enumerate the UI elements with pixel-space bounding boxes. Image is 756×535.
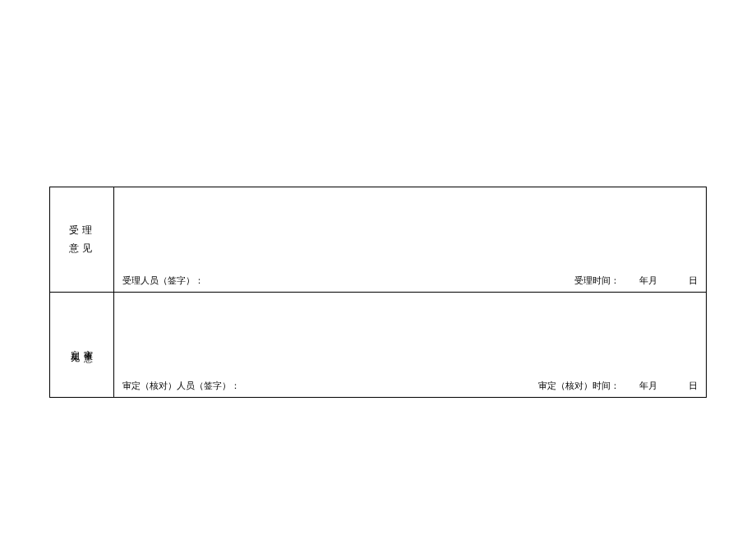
row2-time-label: 审定（核对）时间： <box>538 380 620 392</box>
row1-time-block: 受理时间： 年月 日 <box>574 274 698 287</box>
row1-date-ym: 年月 <box>639 274 657 287</box>
row2-signature-line: 审定（核对）人员（签字）： 审定（核对）时间： 年月 日 <box>122 380 698 392</box>
table-row: 定却见 审依意 审定（核对）人员（签字）： 审定（核对）时间： 年月 日 <box>50 293 707 398</box>
row1-label-line1: 受理 <box>69 222 95 240</box>
row1-label: 受理 意见 <box>50 187 113 292</box>
row1-label-cell: 受理 意见 <box>50 187 114 293</box>
row1-signature-line: 受理人员（签字）： 受理时间： 年月 日 <box>122 274 698 287</box>
row1-label-line2: 意见 <box>69 240 95 258</box>
row1-content-cell: 受理人员（签字）： 受理时间： 年月 日 <box>114 187 707 293</box>
row2-time-block: 审定（核对）时间： 年月 日 <box>538 380 698 392</box>
row2-label-col2: 审依意 <box>83 343 94 348</box>
row2-signer-label: 审定（核对）人员（签字）： <box>122 380 240 392</box>
row1-time-label: 受理时间： <box>574 274 620 287</box>
row2-label: 定却见 审依意 <box>50 293 113 397</box>
row2-content-cell: 审定（核对）人员（签字）： 审定（核对）时间： 年月 日 <box>114 293 707 398</box>
row1-signer-label: 受理人员（签字）： <box>122 274 204 287</box>
table-row: 受理 意见 受理人员（签字）： 受理时间： 年月 日 <box>50 187 707 293</box>
row2-date-d: 日 <box>689 380 698 392</box>
row2-label-cell: 定却见 审依意 <box>50 293 114 398</box>
row2-date-ym: 年月 <box>639 380 657 392</box>
approval-form-table: 受理 意见 受理人员（签字）： 受理时间： 年月 日 定却见 审依意 <box>49 187 707 398</box>
row1-date-d: 日 <box>689 274 698 287</box>
row2-label-col1: 定却见 <box>69 343 81 348</box>
